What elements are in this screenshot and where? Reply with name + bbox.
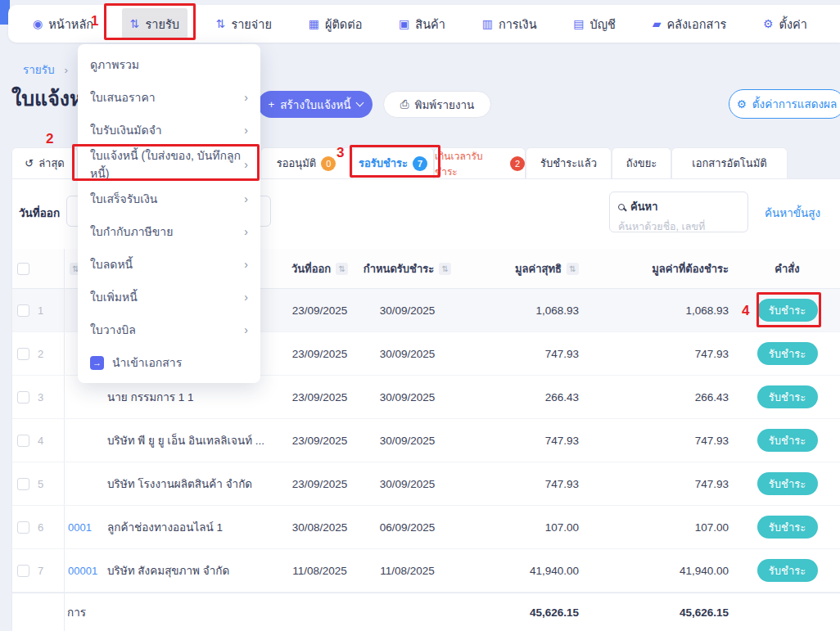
dropdown-menu-item[interactable]: ใบลดหนี้ ›: [78, 248, 260, 281]
advanced-search-link[interactable]: ค้นหาขั้นสูง: [765, 204, 820, 222]
tab-label: ถังขยะ: [626, 155, 657, 172]
chevron-right-icon: ›: [244, 158, 248, 171]
display-settings-label: ตั้งค่าการแสดงผล: [752, 95, 837, 113]
payable-amount: 747.93: [584, 332, 734, 375]
nav-item[interactable]: ⇅ รายจ่าย: [208, 8, 280, 40]
row-number: 4: [38, 435, 43, 447]
status-tab[interactable]: รับชำระแล้ว: [526, 147, 612, 178]
dropdown-item-label: ใบเสนอราคา: [90, 88, 156, 106]
dropdown-menu-item[interactable]: → นำเข้าเอกสาร: [78, 346, 260, 379]
sort-icon[interactable]: ⇅: [439, 263, 451, 275]
payable-amount: 266.43: [584, 376, 734, 418]
issue-date-value: 23/09/2025: [283, 289, 356, 331]
nav-item-label: บัญชี: [590, 15, 616, 34]
create-invoice-button[interactable]: + สร้างใบแจ้งหนี้: [258, 91, 373, 118]
tab-label: เอกสารอัตโนมัติ: [692, 155, 766, 172]
column-header-label: มูลค่าสุทธิ: [515, 260, 562, 277]
dropdown-menu-item[interactable]: ใบเสร็จรับเงิน ›: [78, 183, 260, 215]
status-tab[interactable]: เอกสารอัตโนมัติ: [671, 147, 788, 178]
document-number-link[interactable]: 0001: [68, 521, 92, 534]
row-checkbox[interactable]: [17, 304, 29, 317]
receive-payment-button[interactable]: รับชำระ: [757, 516, 818, 539]
receive-payment-button[interactable]: รับชำระ: [757, 342, 818, 365]
breadcrumb-section[interactable]: รายรับ: [23, 64, 55, 76]
column-header[interactable]: คำสั่ง: [734, 249, 840, 288]
import-icon: →: [90, 356, 104, 370]
row-checkbox[interactable]: [17, 478, 29, 490]
nav-item-label: คลังเอกสาร: [666, 15, 726, 34]
annotation-step-2: 2: [46, 131, 53, 147]
sort-icon[interactable]: ⇅: [567, 263, 579, 275]
payable-amount: 747.93: [584, 419, 734, 462]
select-all-checkbox[interactable]: [17, 263, 29, 275]
table-row: 4 บริษัท พี ยู ยู เอ็น อินเทลลิเจนท์ ...…: [12, 419, 840, 462]
annotation-step-1: 1: [91, 13, 98, 29]
nav-item[interactable]: ▦ ผู้ติดต่อ: [300, 8, 371, 40]
customer-name[interactable]: บริษัท โรงงานผลิตสินค้า จำกัด: [106, 462, 283, 505]
chevron-right-icon: ›: [244, 258, 248, 271]
nav-item[interactable]: ▤ บัญชี: [565, 8, 624, 40]
search-box[interactable]: ค้นหา ค้นหาด้วยชื่อ, เลขที่: [609, 192, 748, 232]
nav-item[interactable]: ▣ สินค้า: [391, 8, 454, 40]
column-header[interactable]: กำหนดรับชำระ ⇅: [356, 249, 458, 288]
status-tab[interactable]: เกินเวลารับชำระ 2: [434, 147, 526, 178]
tab-label: เกินเวลารับชำระ: [435, 148, 505, 179]
nav-item-icon: ◉: [33, 18, 43, 29]
net-amount: 41,940.00: [458, 549, 584, 592]
receive-payment-button[interactable]: รับชำระ: [757, 559, 818, 582]
dropdown-menu-item[interactable]: ใบเสนอราคา ›: [78, 81, 260, 114]
row-checkbox[interactable]: [17, 521, 29, 534]
dropdown-menu-item[interactable]: ใบวางบิล ›: [78, 313, 260, 346]
customer-name[interactable]: บริษัท พี ยู ยู เอ็น อินเทลลิเจนท์ ...: [106, 419, 283, 462]
receive-payment-button[interactable]: รับชำระ: [757, 299, 818, 322]
chevron-right-icon: ›: [244, 192, 248, 205]
net-amount: 266.43: [458, 376, 584, 418]
tab-count-badge: 2: [510, 156, 525, 171]
payable-total: 45,626.15: [584, 593, 734, 631]
due-date-value: 11/08/2025: [356, 549, 458, 592]
dropdown-menu-item[interactable]: ดูภาพรวม: [78, 48, 260, 81]
nav-item[interactable]: ⇅ รายรับ: [122, 8, 187, 40]
summary-row: การ 45,626.15 45,626.15: [12, 593, 840, 631]
dropdown-menu-item[interactable]: ใบกำกับภาษีขาย ›: [78, 215, 260, 248]
row-checkbox[interactable]: [17, 348, 29, 360]
issue-date-value: 23/09/2025: [283, 419, 356, 462]
tab-label: ล่าสุด: [38, 155, 65, 172]
receive-payment-button[interactable]: รับชำระ: [757, 472, 818, 495]
table-row: 5 บริษัท โรงงานผลิตสินค้า จำกัด 23/09/20…: [12, 462, 840, 506]
row-checkbox[interactable]: [17, 435, 29, 447]
issue-date-value: 11/08/2025: [283, 549, 356, 592]
nav-item[interactable]: ▰ คลังเอกสาร: [644, 8, 735, 40]
nav-item[interactable]: ▥ การเงิน: [474, 8, 545, 40]
column-header[interactable]: มูลค่าสุทธิ ⇅: [458, 249, 584, 288]
customer-name[interactable]: ลูกค้าช่องทางออนไลน์ 1: [106, 506, 283, 548]
column-header[interactable]: มูลค่าที่ต้องชำระ: [584, 249, 734, 288]
print-report-button[interactable]: ⎙ พิมพ์รายงาน: [383, 91, 491, 118]
document-number-link[interactable]: 00001: [68, 565, 97, 577]
chevron-right-icon: ›: [244, 124, 248, 137]
dropdown-item-label: ดูภาพรวม: [90, 56, 139, 74]
customer-name[interactable]: บริษัท สังคมสุขภาพ จำกัด: [106, 549, 283, 592]
history-icon: ↺: [25, 157, 34, 169]
row-checkbox[interactable]: [17, 565, 29, 577]
dropdown-menu-item[interactable]: ใบเพิ่มหนี้ ›: [78, 281, 260, 313]
row-checkbox[interactable]: [17, 391, 29, 403]
printer-icon: ⎙: [400, 98, 409, 111]
dropdown-menu-item[interactable]: ใบแจ้งหนี้ (ใบส่งของ, บันทึกลูกหนี้) ›: [78, 146, 260, 183]
status-tab[interactable]: รอรับชำระ 7: [352, 147, 434, 178]
revenue-dropdown-menu: ดูภาพรวม ใบเสนอราคา › ใบรับเงินมัดจำ ›: [78, 44, 260, 383]
dropdown-menu-item[interactable]: ใบรับเงินมัดจำ ›: [78, 114, 260, 146]
status-tab[interactable]: ถังขยะ: [612, 147, 671, 178]
search-input-placeholder[interactable]: ค้นหาด้วยชื่อ, เลขที่: [618, 219, 739, 235]
display-settings-button[interactable]: ⚙ ตั้งค่าการแสดงผล: [729, 89, 840, 119]
plus-icon: +: [268, 98, 274, 110]
nav-item[interactable]: ◉ หน้าหลัก: [25, 8, 102, 40]
column-header[interactable]: วันที่ออก ⇅: [283, 249, 356, 288]
receive-payment-button[interactable]: รับชำระ: [757, 429, 818, 452]
status-tab[interactable]: ↺ ล่าสุด: [11, 147, 78, 178]
receive-payment-button[interactable]: รับชำระ: [757, 385, 818, 408]
sort-icon[interactable]: ⇅: [336, 263, 348, 275]
search-label: ค้นหา: [630, 198, 657, 215]
issue-date-filter-label: วันที่ออก: [19, 204, 60, 222]
nav-item[interactable]: ⚙ ตั้งค่า: [755, 8, 815, 40]
